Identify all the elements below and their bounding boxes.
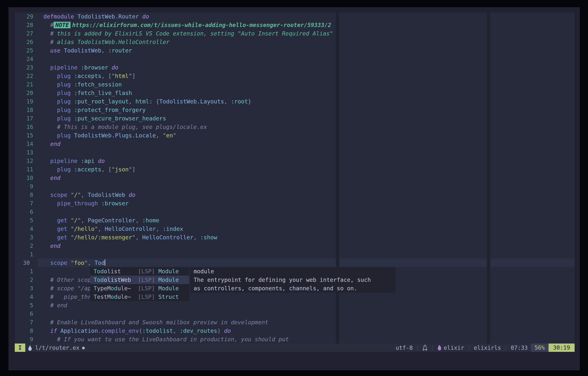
code-text: get "/hello/:messenger", HelloController… <box>43 233 217 242</box>
gutter-line-number: 5 <box>20 216 33 225</box>
gutter-line-number: 25 <box>20 46 33 55</box>
code-line[interactable]: 18 plug :protect_from_forgery <box>15 106 575 114</box>
terminal-window: 29defmodule TodolistWeb.Router do28 #NOT… <box>9 7 580 370</box>
completion-item[interactable]: TestModule~ [LSP] Struct <box>90 293 189 301</box>
gutter-line-number: 17 <box>20 114 33 123</box>
code-text: plug :fetch_live_flash <box>43 89 132 97</box>
code-line[interactable]: 6 <box>15 208 575 216</box>
gutter-line-number: 1 <box>20 250 33 258</box>
code-line[interactable]: 3 get "/hello/:messenger", HelloControll… <box>15 233 575 242</box>
encoding-label: utf-8 <box>396 344 413 351</box>
code-line[interactable]: 9 <box>15 182 575 191</box>
code-text: plug :accepts, ["json"] <box>43 165 136 174</box>
gutter-line-number: 26 <box>20 38 33 46</box>
docs-line: The entrypoint for defining your web int… <box>190 276 396 284</box>
code-line[interactable]: 26 # alias TodolistWeb.HelloController <box>15 38 575 46</box>
code-line[interactable]: 5 get "/", PageController, :home <box>15 216 575 225</box>
code-line[interactable]: 28 #NOTEhttps://elixirforum.com/t/issues… <box>15 21 575 29</box>
gutter-line-number: 6 <box>20 310 33 318</box>
code-text: plug :protect_from_forgery <box>43 106 146 114</box>
code-line[interactable]: 6 <box>15 310 575 318</box>
cursor-position: 30:19 <box>548 344 575 352</box>
code-line[interactable]: 16 # This is a module plug, see plugs/lo… <box>15 123 575 131</box>
gutter-line-number: 22 <box>20 72 33 80</box>
code-text: defmodule TodolistWeb.Router do <box>43 12 149 21</box>
linux-tux-icon <box>422 344 428 351</box>
gutter-line-number: 11 <box>20 165 33 174</box>
gutter-line-number: 9 <box>20 182 33 191</box>
editor-pane[interactable]: 29defmodule TodolistWeb.Router do28 #NOT… <box>15 12 575 344</box>
code-text: scope "foo", Tod <box>43 258 105 267</box>
separator-icon: ⋮ <box>466 345 472 351</box>
gutter-line-number: 7 <box>20 199 33 208</box>
file-path: l/t/router.ex <box>35 344 79 351</box>
code-text: plug :accepts, ["html"] <box>43 72 136 80</box>
code-text: end <box>43 242 60 250</box>
code-text: use TodolistWeb, :router <box>43 46 132 55</box>
docs-line: as controllers, components, channels, an… <box>190 284 396 293</box>
code-line[interactable]: 11 plug :accepts, ["json"] <box>15 165 575 174</box>
code-line[interactable]: 5 # end <box>15 301 575 310</box>
code-line[interactable]: 14 end <box>15 140 575 148</box>
code-text: #NOTEhttps://elixirforum.com/t/issues-wh… <box>43 21 331 29</box>
code-line[interactable]: 7 # Enable LiveDashboard and Swoosh mail… <box>15 318 575 327</box>
code-line[interactable]: 19 plug :put_root_layout, html: {Todolis… <box>15 97 575 106</box>
mode-indicator: I <box>15 344 25 352</box>
gutter-line-number: 20 <box>20 89 33 97</box>
code-text: end <box>43 140 60 148</box>
code-line[interactable]: 10 end <box>15 174 575 182</box>
completion-item-selected[interactable]: TodolistWeb [LSP] Module <box>90 276 189 284</box>
code-line[interactable]: 7 pipe_through :browser <box>15 199 575 208</box>
gutter-line-number: 21 <box>20 80 33 89</box>
code-line[interactable]: 4 get "/hello", HelloController, :index <box>15 225 575 233</box>
code-line[interactable]: 25 use TodolistWeb, :router <box>15 46 575 55</box>
completion-item[interactable]: Todolist [LSP] Module <box>90 267 189 276</box>
gutter-line-number: 14 <box>20 140 33 148</box>
code-line[interactable]: 1 <box>15 250 575 258</box>
code-line[interactable]: 27 # this is added by ElixirLS VS Code e… <box>15 29 575 38</box>
code-line[interactable]: 20 plug :fetch_live_flash <box>15 89 575 97</box>
code-line[interactable]: 21 plug :fetch_session <box>15 80 575 89</box>
code-line[interactable]: 24 <box>15 55 575 63</box>
gutter-line-number: 28 <box>20 21 33 29</box>
gutter-line-number: 15 <box>20 131 33 140</box>
code-line[interactable]: 30 scope "foo", Tod <box>15 258 575 267</box>
statusline-right: utf-8 ⋮ ⋮ elixir ⋮ elixirls ⋮ 07:33 <box>396 344 575 352</box>
code-line[interactable]: 9 # If you want to use the LiveDashboard… <box>15 335 575 344</box>
separator-icon: ⋮ <box>415 345 420 351</box>
code-line[interactable]: 15 plug TodolistWeb.Plugs.Locale, "en" <box>15 131 575 140</box>
gutter-line-number: 23 <box>20 63 33 72</box>
elixir-droplet-icon <box>437 344 442 351</box>
gutter-line-number: 8 <box>20 327 33 335</box>
code-text: plug :fetch_session <box>43 80 122 89</box>
code-line[interactable]: 23 pipeline :browser do <box>15 63 575 72</box>
code-line[interactable]: 8 if Application.compile_env(:todolist, … <box>15 327 575 335</box>
code-line[interactable]: 2 end <box>15 242 575 250</box>
docs-line: module <box>190 267 396 276</box>
gutter-line-number: 18 <box>20 106 33 114</box>
gutter-line-number: 4 <box>20 293 33 301</box>
modified-dot-icon: ● <box>82 345 85 350</box>
scroll-percent: 56% <box>531 344 548 352</box>
gutter-line-number: 9 <box>20 335 33 344</box>
gutter-line-number: 2 <box>20 242 33 250</box>
code-line[interactable]: 29defmodule TodolistWeb.Router do <box>15 12 575 21</box>
code-line[interactable]: 12 pipeline :api do <box>15 157 575 165</box>
code-line[interactable]: 8 scope "/", TodolistWeb do <box>15 191 575 199</box>
code-text: # alias TodolistWeb.HelloController <box>43 38 169 46</box>
time-label: 07:33 <box>511 344 528 351</box>
gutter-line-number: 13 <box>20 148 33 157</box>
completion-menu[interactable]: Todolist [LSP] ModuleTodolistWeb [LSP] M… <box>90 267 189 301</box>
code-text: # This is a module plug, see plugs/local… <box>43 123 207 131</box>
separator-icon: ⋮ <box>503 345 508 351</box>
code-text: pipeline :api do <box>43 157 105 165</box>
separator-icon: ⋮ <box>430 345 435 351</box>
gutter-line-number: 4 <box>20 225 33 233</box>
code-line[interactable]: 17 plug :put_secure_browser_headers <box>15 114 575 123</box>
code-line[interactable]: 22 plug :accepts, ["html"] <box>15 72 575 80</box>
gutter-line-number: 7 <box>20 318 33 327</box>
gutter-line-number: 3 <box>20 284 33 293</box>
completion-item[interactable]: TypeModule~ [LSP] Module <box>90 284 189 293</box>
statusline: I l/t/router.ex ● utf-8 ⋮ ⋮ <box>15 344 575 352</box>
code-line[interactable]: 13 <box>15 148 575 157</box>
